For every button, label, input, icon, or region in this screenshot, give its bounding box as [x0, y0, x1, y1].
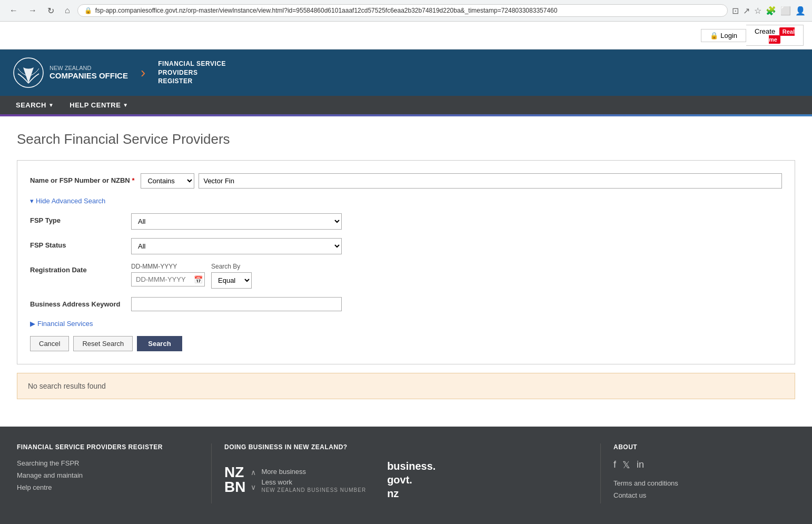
date-placeholder-label: DD-MMM-YYYY [131, 263, 205, 270]
name-fsp-input[interactable] [199, 173, 782, 189]
nav-item-help-centre[interactable]: HELP CENTRE ▼ [62, 96, 135, 114]
search-by-col: Search By Equal Before After [211, 263, 252, 289]
fsp-type-controls: All [131, 213, 782, 230]
nzbn-arrows: ∧∨ [251, 465, 256, 495]
twitter-icon[interactable]: 𝕏 [622, 459, 630, 471]
name-fsp-label-text: Name or FSP Number or NZBN [30, 176, 130, 184]
org-main-line: COMPANIES OFFICE [49, 71, 128, 81]
nzbn-sub-text: NEW ZEALAND BUSINESS NUMBER [261, 487, 366, 493]
fsp-type-label: FSP Type [30, 213, 125, 224]
fsp-status-controls: All [131, 238, 782, 254]
search-button[interactable]: Search [137, 336, 182, 351]
advanced-search-toggle[interactable]: ▾ Hide Advanced Search [30, 197, 782, 205]
share-icon[interactable]: ↗ [743, 6, 750, 16]
bookmark-icon[interactable]: ☆ [754, 6, 761, 16]
page-title: Search Financial Service Providers [17, 131, 795, 147]
browser-chrome: ← → ↻ ⌂ 🔒 fsp-app.companiesoffice.govt.n… [0, 0, 812, 22]
nz-letters: NZ [224, 464, 244, 480]
footer-col2-title: DOING BUSINESS IN NEW ZEALAND? [224, 443, 588, 451]
financial-services-toggle[interactable]: ▶ Financial Services [30, 320, 782, 328]
logo-text: NEW ZEALAND COMPANIES OFFICE [49, 65, 128, 81]
nzbn-letters-block: NZ BN [224, 465, 245, 495]
footer-link-contact[interactable]: Contact us [613, 491, 783, 499]
screenshot-icon[interactable]: ⊡ [732, 6, 739, 16]
contains-select[interactable]: Contains Starts With Equals [141, 173, 194, 189]
top-login-bar: 🔒 Login Create Realme [0, 22, 812, 50]
name-fsp-controls: Contains Starts With Equals [141, 173, 782, 189]
footer-middle-content: NZ BN ∧∨ More business Less work NEW ZEA… [224, 459, 588, 500]
footer-col3-title: ABOUT [613, 443, 783, 451]
help-nav-label: HELP CENTRE [70, 101, 121, 109]
nav-bar: SEARCH ▼ HELP CENTRE ▼ [0, 96, 812, 114]
forward-button[interactable]: → [25, 5, 40, 16]
footer-link-manage[interactable]: Manage and maintain [17, 471, 199, 479]
financial-services-link[interactable]: ▶ Financial Services [30, 320, 782, 328]
login-button[interactable]: 🔒 Login [701, 29, 746, 42]
lock-icon: 🔒 [84, 7, 92, 14]
nzbn-more-business: More business [261, 467, 366, 477]
fsp-type-row: FSP Type All [30, 213, 782, 230]
home-button[interactable]: ⌂ [62, 5, 73, 16]
business-address-input[interactable] [131, 297, 342, 311]
register-line3: REGISTER [158, 77, 192, 85]
calendar-icon[interactable]: 📅 [194, 275, 203, 284]
footer-link-searching[interactable]: Searching the FSPR [17, 459, 199, 467]
window-icon[interactable]: ⬜ [780, 6, 791, 16]
org-top-line: NEW ZEALAND [49, 65, 128, 71]
cancel-button[interactable]: Cancel [30, 336, 69, 351]
back-button[interactable]: ← [6, 5, 21, 16]
fsp-status-row: FSP Status All [30, 238, 782, 254]
search-by-label: Search By [211, 263, 252, 270]
extensions-icon[interactable]: 🧩 [766, 6, 776, 16]
nav-item-search[interactable]: SEARCH ▼ [8, 96, 61, 114]
reload-button[interactable]: ↻ [44, 5, 57, 17]
date-input-wrap: 📅 [131, 272, 205, 286]
fsp-status-select[interactable]: All [131, 238, 342, 254]
footer-link-terms[interactable]: Terms and conditions [613, 479, 783, 487]
name-fsp-row: Name or FSP Number or NZBN * Contains St… [30, 173, 782, 189]
header-chevron: › [141, 64, 145, 81]
advanced-toggle-label: Hide Advanced Search [36, 197, 105, 205]
footer-link-help[interactable]: Help centre [17, 483, 199, 491]
business-govt-text: business.govt.nz [387, 459, 435, 500]
advanced-toggle-link[interactable]: ▾ Hide Advanced Search [30, 197, 782, 205]
create-button[interactable]: Create Realme [746, 25, 804, 46]
reset-search-button[interactable]: Reset Search [73, 336, 133, 351]
register-line1: FINANCIAL SERVICE [158, 60, 226, 67]
facebook-icon[interactable]: f [613, 459, 616, 471]
search-by-select[interactable]: Equal Before After [211, 272, 252, 289]
business-address-label: Business Address Keyword [30, 297, 125, 308]
linkedin-icon[interactable]: in [637, 459, 644, 471]
search-form: Name or FSP Number or NZBN * Contains St… [17, 160, 795, 364]
site-footer: FINANCIAL SERVICE PROVIDERS REGISTER Sea… [0, 427, 812, 524]
nzbn-tagline-block: More business Less work NEW ZEALAND BUSI… [261, 467, 366, 493]
financial-services-label: Financial Services [37, 320, 93, 328]
name-fsp-label: Name or FSP Number or NZBN * [30, 173, 134, 184]
buttons-row: Cancel Reset Search Search [30, 336, 782, 351]
search-nav-label: SEARCH [16, 101, 46, 109]
no-results-message: No search results found [28, 382, 106, 390]
help-nav-arrow: ▼ [123, 102, 128, 108]
date-input-col: DD-MMM-YYYY 📅 [131, 263, 205, 286]
nzbn-less-work: Less work [261, 477, 366, 488]
bn-letters: BN [224, 479, 245, 495]
lock-small-icon: 🔒 [710, 32, 718, 39]
no-results-box: No search results found [17, 373, 795, 399]
url-bar[interactable]: 🔒 fsp-app.companiesoffice.govt.nz/orp-ma… [77, 4, 728, 17]
browser-actions: ⊡ ↗ ☆ 🧩 ⬜ 👤 [732, 6, 806, 16]
fsp-status-label: FSP Status [30, 238, 125, 249]
fsp-type-select[interactable]: All [131, 213, 342, 230]
footer-col-1: FINANCIAL SERVICE PROVIDERS REGISTER Sea… [17, 443, 211, 503]
footer-col-3: ABOUT f 𝕏 in Terms and conditions Contac… [601, 443, 795, 503]
fern-logo-icon [13, 57, 44, 88]
registration-date-row: Registration Date DD-MMM-YYYY 📅 Search B… [30, 263, 782, 289]
main-content: Search Financial Service Providers Name … [0, 116, 812, 427]
footer-col1-title: FINANCIAL SERVICE PROVIDERS REGISTER [17, 443, 199, 451]
profile-icon[interactable]: 👤 [795, 6, 806, 16]
url-text: fsp-app.companiesoffice.govt.nz/orp-mast… [95, 7, 721, 14]
search-nav-arrow: ▼ [48, 102, 54, 108]
footer-about-links: Terms and conditions Contact us [613, 479, 783, 499]
register-line2: PROVIDERS [158, 69, 197, 76]
create-label: Create [755, 27, 775, 35]
nzbn-logo: NZ BN ∧∨ More business Less work NEW ZEA… [224, 465, 366, 495]
